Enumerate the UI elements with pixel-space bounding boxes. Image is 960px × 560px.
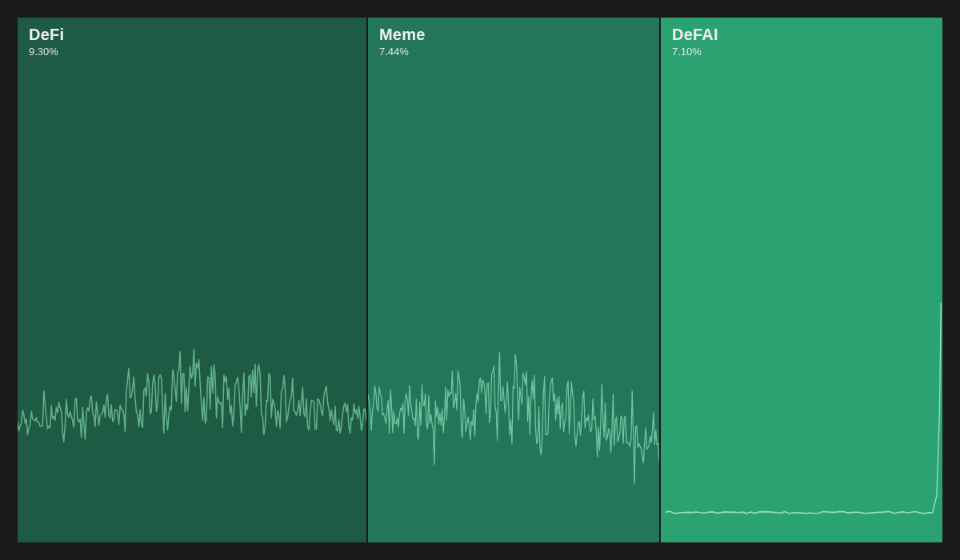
tile-header: DeFAI 7.10% [672,26,718,58]
tile-header: Meme 7.44% [379,26,426,58]
tile-header: DeFi 9.30% [29,26,64,58]
tile-pct: 7.10% [672,46,718,58]
tile-pct: 7.44% [379,46,426,58]
tile-pct: 9.30% [29,46,64,58]
tile-title: DeFAI [672,26,718,44]
tile-title: Meme [379,26,426,44]
sparkline-meme [368,286,659,542]
tile-meme[interactable]: Meme 7.44% [368,18,659,542]
tile-defi[interactable]: DeFi 9.30% [18,18,366,542]
tile-title: DeFi [29,26,64,44]
sparkline-defi [18,302,366,542]
tile-defai[interactable]: DeFAI 7.10% [661,18,942,542]
treemap-grid: DeFi 9.30% Meme 7.44% DeFAI 7.10% [18,18,942,542]
sparkline-defai [661,286,942,542]
